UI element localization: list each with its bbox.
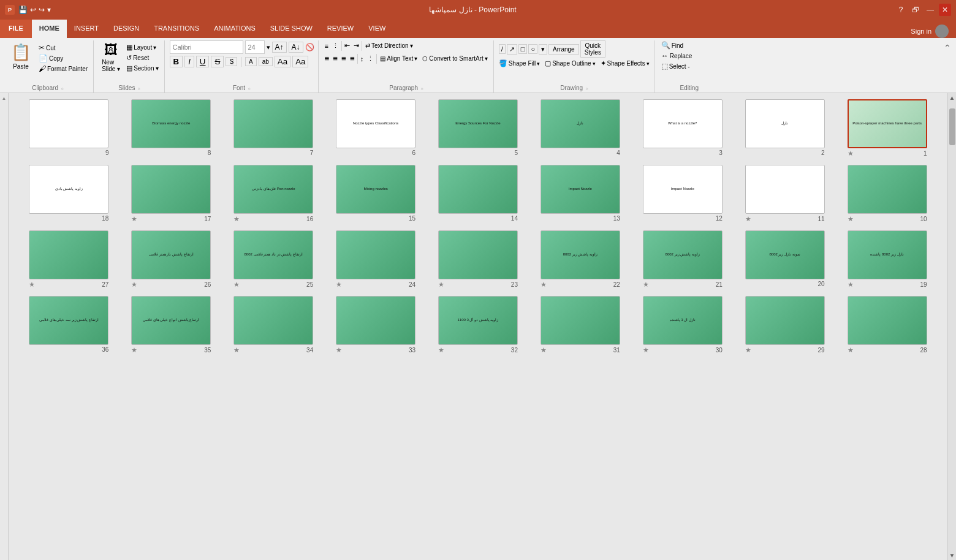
new-slide-button[interactable]: 🖼 NewSlide ▾ bbox=[99, 40, 123, 74]
ribbon-collapse[interactable]: ⌃ bbox=[941, 40, 954, 93]
slide-item[interactable]: زاویه پاشش زیر 8002★22 bbox=[532, 230, 628, 289]
slide-item[interactable]: ★27 bbox=[21, 230, 117, 289]
bold-button[interactable]: B bbox=[170, 56, 183, 67]
section-button[interactable]: ▤ Section ▾ bbox=[124, 64, 160, 73]
tab-design[interactable]: DESIGN bbox=[106, 20, 146, 38]
slide-item[interactable]: Mixing nozzles15 bbox=[328, 165, 424, 223]
undo-icon[interactable]: ↩ bbox=[30, 6, 36, 14]
slide-item[interactable]: ★17 bbox=[123, 165, 219, 223]
shape-fill-label[interactable]: Shape Fill bbox=[509, 60, 536, 67]
slide-item[interactable]: فان های بادزنی Pan nozzle★16 bbox=[226, 165, 322, 223]
slide-item[interactable]: ★28 bbox=[839, 296, 935, 354]
tab-review[interactable]: REVIEW bbox=[320, 20, 361, 38]
slide-item[interactable]: نازل زیر 8002 پاشنده★19 bbox=[839, 230, 935, 289]
slide-item[interactable]: نازل ال 3 پاشنده★30 bbox=[634, 296, 730, 354]
signin-label[interactable]: Sign in bbox=[911, 28, 931, 35]
slide-item[interactable]: زاویه پاشش دو آل 3 1100★32 bbox=[430, 296, 526, 354]
clear-format-button[interactable]: 🚫 bbox=[305, 43, 314, 51]
slide-item[interactable]: Poison-sprayer machines have three parts… bbox=[839, 99, 935, 157]
slide-item[interactable]: ★11 bbox=[737, 165, 833, 223]
shape-effects-label[interactable]: Shape Effects bbox=[607, 60, 645, 67]
slide-item[interactable]: Biomass energy nozzle8 bbox=[123, 99, 219, 157]
right-scrollbar[interactable]: ▲ ▼ bbox=[947, 93, 956, 560]
slide-item[interactable]: ارتفاع پاشش بار همتر غلامی★26 bbox=[123, 230, 219, 289]
slide-item[interactable]: ★33 bbox=[328, 296, 424, 354]
slide-item[interactable]: نازل4 bbox=[532, 99, 628, 157]
arrange-button[interactable]: Arrange bbox=[548, 44, 579, 55]
shape-oval-icon[interactable]: ○ bbox=[528, 44, 537, 54]
slide-item[interactable]: Energy Sources For Nozzle5 bbox=[430, 99, 526, 157]
font-size-dropdown[interactable]: ▾ bbox=[267, 44, 270, 51]
paste-button[interactable]: 📋 Paste bbox=[6, 40, 36, 72]
slide-item[interactable]: 9 bbox=[21, 99, 117, 157]
italic-button[interactable]: I bbox=[184, 56, 194, 67]
slide-item[interactable]: ★24 bbox=[328, 230, 424, 289]
drawing-expand-icon[interactable]: ⬦ bbox=[585, 85, 588, 91]
scroll-thumb[interactable] bbox=[949, 108, 955, 145]
text-direction-button[interactable]: ⇄ Text Direction ▾ bbox=[363, 42, 415, 50]
align-center-button[interactable]: ≡ bbox=[332, 53, 339, 64]
increase-font-button[interactable]: A↑ bbox=[272, 42, 287, 53]
shape-rect-icon[interactable]: □ bbox=[518, 44, 528, 54]
slide-item[interactable]: ★10 bbox=[839, 165, 935, 223]
format-painter-button[interactable]: 🖌 Format Painter bbox=[37, 64, 89, 74]
underline-button[interactable]: U bbox=[196, 56, 210, 67]
strikethrough-button[interactable]: S bbox=[211, 56, 224, 67]
copy-button[interactable]: 📄 Copy bbox=[37, 53, 89, 63]
font-size-input[interactable] bbox=[245, 40, 265, 54]
highlight-button[interactable]: ab bbox=[259, 57, 273, 66]
slide-item[interactable]: Nozzle types Classifications6 bbox=[328, 99, 424, 157]
signin-area[interactable]: Sign in bbox=[911, 25, 956, 38]
redo-icon[interactable]: ↪ bbox=[39, 6, 45, 14]
quick-styles-button[interactable]: QuickStyles bbox=[580, 40, 605, 58]
slide-item[interactable]: Impact Nozzle13 bbox=[532, 165, 628, 223]
slide-item[interactable]: ★23 bbox=[430, 230, 526, 289]
select-button[interactable]: ⬚ Select - bbox=[659, 61, 692, 71]
minimize-button[interactable]: — bbox=[924, 4, 936, 16]
aa-lower-button[interactable]: Aa bbox=[292, 56, 308, 67]
save-icon[interactable]: 💾 bbox=[18, 6, 28, 14]
align-right-button[interactable]: ≡ bbox=[340, 53, 347, 64]
slide-item[interactable]: ارتفاع پاشش در باد همتر غلامی 8002★25 bbox=[226, 230, 322, 289]
clipboard-expand-icon[interactable]: ⬦ bbox=[61, 85, 64, 91]
paragraph-expand-icon[interactable]: ⬦ bbox=[420, 85, 423, 91]
tab-animations[interactable]: ANIMATIONS bbox=[207, 20, 263, 38]
slide-item[interactable]: زاویه پاشش زیر 8002★21 bbox=[634, 230, 730, 289]
indent-left-button[interactable]: ⇤ bbox=[343, 40, 351, 51]
slide-item[interactable]: What is a nozzle?3 bbox=[634, 99, 730, 157]
shape-more-icon[interactable]: ▾ bbox=[539, 44, 547, 55]
tab-slideshow[interactable]: SLIDE SHOW bbox=[263, 20, 320, 38]
find-button[interactable]: 🔍 Find bbox=[659, 40, 685, 50]
justify-button[interactable]: ≡ bbox=[349, 53, 356, 64]
decrease-font-button[interactable]: A↓ bbox=[289, 42, 303, 53]
indent-right-button[interactable]: ⇥ bbox=[352, 40, 360, 51]
aa-font-button[interactable]: Aa bbox=[275, 56, 290, 67]
slide-item[interactable]: Impact Nozzle12 bbox=[634, 165, 730, 223]
shape-outline-label[interactable]: Shape Outline bbox=[552, 60, 591, 67]
slide-item[interactable]: ارتفاع پاشش انواع خیلی های غلامی★35 bbox=[123, 296, 219, 354]
shadow-button[interactable]: S bbox=[226, 57, 237, 66]
font-name-input[interactable] bbox=[170, 40, 243, 54]
slide-item[interactable]: نازل2 bbox=[737, 99, 833, 157]
tab-insert[interactable]: INSERT bbox=[67, 20, 106, 38]
slide-item[interactable]: 14 bbox=[430, 165, 526, 223]
line-spacing-button[interactable]: ↕ bbox=[359, 54, 365, 64]
slides-expand-icon[interactable]: ⬦ bbox=[137, 85, 140, 91]
close-button[interactable]: ✕ bbox=[939, 4, 951, 16]
layout-button[interactable]: ▦ Layout ▾ bbox=[124, 43, 160, 52]
font-color-button[interactable]: A bbox=[245, 57, 257, 66]
slides-grid-area[interactable]: 9Biomass energy nozzle87Nozzle types Cla… bbox=[9, 93, 947, 560]
replace-button[interactable]: ↔ Replace bbox=[659, 51, 694, 61]
reset-button[interactable]: ↺ Reset bbox=[124, 53, 160, 62]
slide-item[interactable]: ارتفاع پاشش زیر سه خیلی های غلامی36 bbox=[21, 296, 117, 354]
tab-file[interactable]: FILE bbox=[0, 20, 32, 38]
convert-smartart-button[interactable]: ⬡ Convert to SmartArt ▾ bbox=[420, 55, 489, 62]
list-bullet-button[interactable]: ≡ bbox=[324, 41, 330, 51]
slide-item[interactable]: زاویه پاشش بادی18 bbox=[21, 165, 117, 223]
slide-item[interactable]: ★31 bbox=[532, 296, 628, 354]
left-scroll[interactable]: ▲ bbox=[0, 93, 9, 560]
tab-home[interactable]: HOME bbox=[32, 20, 67, 38]
align-text-button[interactable]: ▤ Align Text ▾ bbox=[378, 55, 419, 62]
shape-line-icon[interactable]: / bbox=[499, 44, 506, 54]
restore-button[interactable]: 🗗 bbox=[909, 4, 922, 16]
